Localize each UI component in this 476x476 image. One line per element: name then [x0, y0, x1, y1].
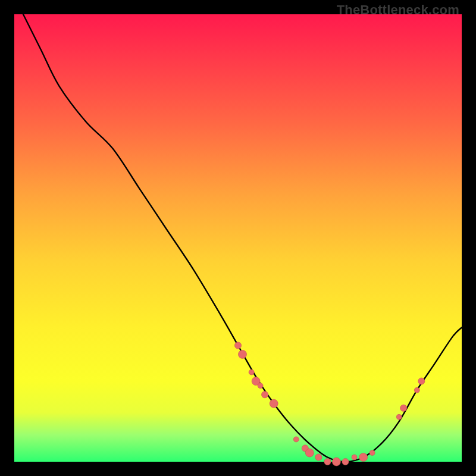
attribution-label: TheBottleneck.com [337, 2, 459, 18]
data-point [234, 342, 241, 349]
data-point [270, 399, 278, 408]
chart-container: TheBottleneck.com [0, 0, 476, 476]
bottleneck-curve [23, 14, 462, 462]
data-point [293, 437, 299, 442]
data-point [249, 369, 254, 375]
data-point [239, 350, 247, 359]
data-point [396, 414, 402, 419]
data-point [400, 405, 407, 411]
data-point [369, 450, 375, 456]
data-point [258, 383, 263, 389]
data-point [332, 458, 340, 466]
data-points-group [234, 342, 425, 466]
data-point [418, 378, 425, 384]
data-point [352, 455, 357, 460]
curve-svg [14, 14, 462, 462]
data-point [305, 449, 314, 457]
data-point [359, 453, 368, 462]
plot-area [14, 14, 462, 462]
data-point [414, 387, 419, 393]
data-point [262, 392, 268, 398]
data-point [324, 458, 331, 465]
data-point [315, 454, 322, 461]
data-point [342, 458, 349, 465]
